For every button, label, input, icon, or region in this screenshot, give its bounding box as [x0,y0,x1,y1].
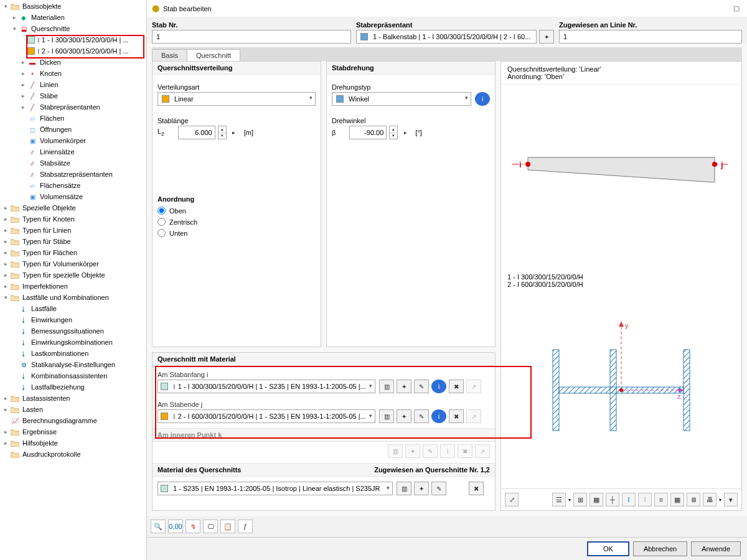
tree-qs2[interactable]: 2 - I 600/300/15/20/0/0/H | ... [42,45,129,57]
verteilung-combo[interactable]: Linear▾ [157,92,316,106]
radio-unten[interactable]: Unten [157,229,316,237]
apply-button[interactable]: Anwende [691,541,741,556]
vt-dim-button[interactable]: ⊞ [573,493,587,506]
new-repr-button[interactable]: ✦ [539,30,554,44]
ok-button[interactable]: OK [587,541,629,556]
tree-stabrepr[interactable]: Stabrepräsentanten [40,101,100,113]
vt-thin-button[interactable]: ≡ [654,493,668,506]
tree-typ-knoten[interactable]: Typen für Knoten [22,213,75,225]
vt-view-button[interactable]: ☰ [552,493,566,506]
tool-find[interactable]: 🔍 [151,520,166,533]
beta-input[interactable]: -90.00 [349,126,387,139]
tree-ergebnisse[interactable]: Ergebnisse [22,426,57,437]
expand-icon[interactable]: ▾ [1,3,10,9]
delete-button[interactable]: ✖ [449,380,464,393]
tree-typ-spezielle[interactable]: Typen für spezielle Objekte [22,269,105,281]
lz-stepper[interactable]: ▴▾ [218,126,227,139]
tree-lf-statik[interactable]: Statikanalyse-Einstellungen [31,359,115,370]
maximize-button[interactable]: ▢ [726,0,747,17]
tree-lf-lastk[interactable]: Lastkombinationen [31,348,88,359]
edit-button[interactable]: ✎ [431,482,446,495]
beam-viewer[interactable]: Querschnittsverteilung: 'Linear' Anordnu… [500,61,742,511]
vt-axis2-button[interactable]: ┼ [606,493,619,506]
stab-nr-input[interactable]: 1 [152,30,351,44]
view-fit-button[interactable]: ⤢ [505,493,519,506]
lz-input[interactable]: 6.000 [178,126,215,139]
tree-lf-einw[interactable]: Einwirkungen [31,314,72,325]
tree-typ-linien[interactable]: Typen für Linien [22,225,71,236]
tree-oeffnungen[interactable]: Öffnungen [40,124,72,135]
library-button[interactable]: ▥ [379,409,394,423]
tree-lf-kombi[interactable]: Kombinationsassistenten [31,370,107,381]
tree-volumensaetze[interactable]: Volumensätze [40,191,83,202]
tree-materialien[interactable]: Materialien [31,12,65,23]
tool-units[interactable]: 0,00 [168,520,183,533]
tab-querschnitt[interactable]: Querschnitt [187,49,240,61]
tree-qs1[interactable]: 1 - I 300/300/15/20/0/0/H | ... [42,34,129,45]
tree-knoten[interactable]: Knoten [40,68,62,79]
tab-basis[interactable]: Basis [152,49,187,61]
edit-button[interactable]: ✎ [414,409,429,423]
vt-values-button[interactable]: ▦ [670,493,684,506]
info-icon[interactable]: i [475,92,490,106]
tool-display[interactable]: 🖵 [203,520,218,533]
repr-combo[interactable]: 1 - Balkenstab | 1 - I 300/300/15/20/0/0… [356,30,537,44]
delete-button[interactable]: ✖ [469,482,484,495]
apply-value-icon[interactable]: ▸ [229,126,239,139]
tree-querschnitte[interactable]: Querschnitte [31,23,70,34]
beta-stepper[interactable]: ▴▾ [389,126,398,139]
tree-berechnung[interactable]: Berechnungsdiagramme [22,415,97,426]
navigator-tree[interactable]: ▾Basisobjekte ▸◆Materialien ▾⬓Querschnit… [0,0,147,560]
tree-lf-einwk[interactable]: Einwirkungskombinationen [31,337,113,348]
new-button[interactable]: ✦ [397,380,411,393]
new-button[interactable]: ✦ [414,482,429,495]
tree-typ-staebe[interactable]: Typen für Stäbe [22,236,71,247]
drehtyp-combo[interactable]: Winkel▾ [332,92,471,106]
cancel-button[interactable]: Abbrechen [633,541,687,556]
tree-stabsatzrepr[interactable]: Stabsatzrepräsentanten [40,169,113,180]
tree-liniensaetze[interactable]: Liniensätze [40,146,75,157]
edit-button[interactable]: ✎ [414,380,429,393]
radio-zentrisch[interactable]: Zentrisch [157,218,316,226]
tree-lastfaelle[interactable]: Lastfälle und Kombinationen [22,292,109,303]
tree-dicken[interactable]: Dicken [40,57,61,68]
tree-spezielle[interactable]: Spezielle Objekte [22,202,76,213]
mat-combo[interactable]: 1 - S235 | EN 1993-1-1:2005-05 | Isotrop… [157,482,393,495]
tree-lasten[interactable]: Lasten [22,404,43,415]
apply-value-icon[interactable]: ▸ [400,126,410,139]
tree-linien[interactable]: Linien [40,79,58,90]
tree-basisobjekte[interactable]: Basisobjekte [22,1,61,12]
tool-copy[interactable]: 📋 [220,520,235,533]
vt-stress-button[interactable]: I [622,493,636,506]
radio-oben[interactable]: Oben [157,207,316,215]
info-icon[interactable]: i [431,380,446,393]
tree-stabsaetze[interactable]: Stabsätze [40,157,70,169]
library-button[interactable]: ▥ [379,380,394,393]
tool-axes[interactable]: ↯ [186,520,200,533]
tree-volumen[interactable]: Volumenkörper [40,135,86,146]
tool-script[interactable]: ƒ [238,520,253,533]
vt-print-button[interactable]: 🖶 [703,493,716,506]
tree-staebe[interactable]: Stäbe [40,90,58,101]
qs-i-combo[interactable]: I1 - I 300/300/15/20/0/0/H | 1 - S235 | … [157,380,375,393]
expand-icon[interactable]: ▾ [10,26,19,32]
new-button[interactable]: ✦ [397,409,411,423]
vt-parts-button[interactable]: I [638,493,652,506]
tree-lf-bem[interactable]: Bemessungssituationen [31,325,104,337]
tree-flaechen[interactable]: Flächen [40,113,64,124]
tree-typ-flaechen[interactable]: Typen für Flächen [22,247,77,258]
info-icon[interactable]: i [431,409,446,423]
tree-lf-bez[interactable]: Lastfallbeziehung [31,381,85,393]
tree-flaechensaetze[interactable]: Flächensätze [40,180,80,191]
tree-ausdruck[interactable]: Ausdruckprotokolle [22,449,81,460]
tree-lf-lastfaelle[interactable]: Lastfälle [31,303,57,314]
vt-list-button[interactable]: ≣ [687,493,700,506]
delete-button[interactable]: ✖ [449,409,464,423]
tree-lastassist[interactable]: Lastassistenten [22,393,70,404]
vt-more-button[interactable]: ▾ [724,493,738,506]
tree-hilfs[interactable]: Hilfsobjekte [22,437,58,449]
tree-typ-volumen[interactable]: Typen für Volumenkörper [22,258,99,269]
tree-imperf[interactable]: Imperfektionen [22,281,68,292]
vt-axis-button[interactable]: ▦ [590,493,603,506]
zug-input[interactable]: 1 [559,30,742,44]
